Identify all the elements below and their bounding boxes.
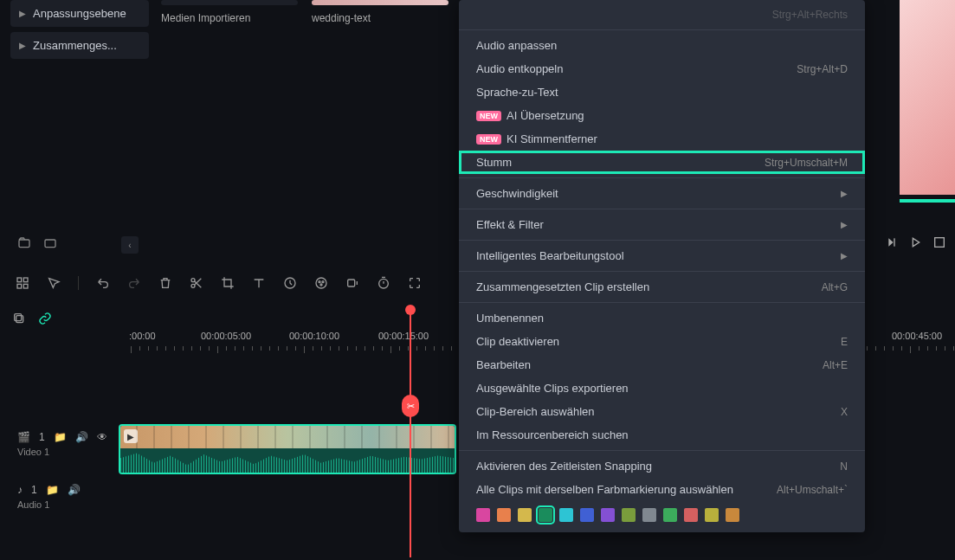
timer-icon[interactable] xyxy=(377,276,390,290)
ruler-time: 00:00:45:00 xyxy=(892,331,942,341)
svg-point-8 xyxy=(191,279,195,282)
cursor-icon[interactable] xyxy=(47,276,61,290)
color-chip[interactable] xyxy=(601,508,615,522)
toolbar-separator xyxy=(78,276,79,290)
track-header: 🎬 1 📁 🔊 👁 Video 1 xyxy=(12,428,116,473)
play-step-icon[interactable] xyxy=(884,235,898,249)
menu-item-audio-adjust[interactable]: Audio anpassen xyxy=(459,34,865,57)
ruler-time: 00:00:05:00 xyxy=(201,331,251,341)
copy-icon[interactable] xyxy=(12,312,26,325)
expand-icon[interactable] xyxy=(408,276,422,290)
menu-item-disable-clip[interactable]: Clip deaktivierenE xyxy=(459,330,865,353)
playhead-handle[interactable] xyxy=(405,305,416,315)
menu-item-speed[interactable]: Geschwindigkeit▶ xyxy=(459,182,865,205)
color-chip[interactable] xyxy=(705,508,719,522)
sidebar: ▶ Anpassungsebene ▶ Zusammenges... xyxy=(10,0,149,64)
color-chip[interactable] xyxy=(726,508,739,522)
svg-rect-3 xyxy=(935,238,945,248)
menu-item-ai-translate[interactable]: NEWAI Übersetzung xyxy=(459,104,865,127)
play-icon[interactable] xyxy=(908,235,922,249)
color-chip[interactable] xyxy=(539,508,552,522)
menu-item-smart-editing[interactable]: Intelligentes Bearbeitungstool▶ xyxy=(459,244,865,267)
video-track: 🎬 1 📁 🔊 👁 Video 1 xyxy=(12,428,116,473)
mute-icon[interactable]: 🔊 xyxy=(68,484,81,496)
collapse-sidebar-button[interactable]: ‹ xyxy=(121,236,139,254)
svg-rect-15 xyxy=(348,280,355,286)
color-chip[interactable] xyxy=(663,508,677,522)
menu-item-audio-detach[interactable]: Audio entkoppelnStrg+Alt+D xyxy=(459,57,865,80)
color-chip[interactable] xyxy=(518,508,532,522)
grid-icon[interactable] xyxy=(16,276,29,290)
media-thumb xyxy=(312,0,448,5)
folder-icon[interactable] xyxy=(43,236,57,250)
undo-icon[interactable] xyxy=(96,276,110,290)
color-chip[interactable] xyxy=(684,508,698,522)
menu-item-select-range[interactable]: Clip-Bereich auswählenX xyxy=(459,400,865,423)
record-icon[interactable] xyxy=(345,276,359,290)
menu-item-enable-snapping[interactable]: Aktivieren des Zeitleisten SnappingN xyxy=(459,454,865,478)
svg-point-16 xyxy=(379,279,389,288)
menu-item-compound-clip[interactable]: Zusammengesetzten Clip erstellenAlt+G xyxy=(459,275,865,299)
menu-item-rename[interactable]: Umbenennen xyxy=(459,306,865,330)
music-icon: ♪ xyxy=(17,484,23,496)
media-browser: Medien Importieren wedding-text xyxy=(161,0,448,24)
ruler-time: :00:00 xyxy=(129,331,156,341)
mute-icon[interactable]: 🔊 xyxy=(75,431,88,443)
folder-add-icon[interactable] xyxy=(17,236,31,250)
folder-icon[interactable]: 📁 xyxy=(46,484,59,496)
delete-icon[interactable] xyxy=(158,276,172,290)
media-footer-icons xyxy=(17,236,57,250)
svg-rect-2 xyxy=(894,238,894,246)
color-chip[interactable] xyxy=(476,508,490,522)
play-icon: ▶ xyxy=(124,429,138,443)
track-label: Audio 1 xyxy=(17,499,111,510)
playhead[interactable]: ✂ xyxy=(410,306,411,557)
sidebar-item-adjustment-layer[interactable]: ▶ Anpassungsebene xyxy=(10,0,149,27)
clip-video-lane: ▶ xyxy=(120,426,455,448)
menu-item-ai-voice-remover[interactable]: NEWKI Stimmentferner xyxy=(459,127,865,151)
menu-item-find-in-resources[interactable]: Im Ressourcenbereich suchen xyxy=(459,423,865,447)
link-icon[interactable] xyxy=(38,312,52,325)
svg-rect-17 xyxy=(16,316,23,323)
text-icon[interactable] xyxy=(252,276,266,290)
media-wedding-card[interactable]: wedding-text xyxy=(312,0,448,24)
new-badge: NEW xyxy=(476,111,501,121)
color-chip[interactable] xyxy=(497,508,511,522)
visibility-icon[interactable]: 👁 xyxy=(97,431,107,443)
chevron-right-icon: ▶ xyxy=(841,220,848,229)
scissors-icon[interactable] xyxy=(190,276,203,290)
color-chip[interactable] xyxy=(642,508,656,522)
timeline-clip[interactable]: ▶ xyxy=(119,424,456,474)
ruler-time: 00:00:10:00 xyxy=(289,331,339,341)
svg-point-9 xyxy=(191,284,195,287)
sidebar-item-compound[interactable]: ▶ Zusammenges... xyxy=(10,32,149,59)
menu-item-speech-to-text[interactable]: Sprache-zu-Text xyxy=(459,80,865,104)
menu-item-rotate-right[interactable]: Strg+Alt+Rechts xyxy=(459,3,865,26)
color-chip[interactable] xyxy=(559,508,573,522)
menu-separator xyxy=(459,271,865,272)
track-header: ♪ 1 📁 🔊 Audio 1 xyxy=(12,480,116,525)
menu-item-export-selected[interactable]: Ausgewählte Clips exportieren xyxy=(459,377,865,400)
audio-track: ♪ 1 📁 🔊 Audio 1 xyxy=(12,480,116,525)
menu-item-effect-filter[interactable]: Effekt & Filter▶ xyxy=(459,213,865,236)
track-index: 1 xyxy=(31,484,37,496)
menu-item-edit[interactable]: BearbeitenAlt+E xyxy=(459,353,865,377)
svg-rect-0 xyxy=(19,240,29,248)
crop-icon[interactable] xyxy=(221,276,235,290)
color-chip[interactable] xyxy=(580,508,594,522)
menu-item-mute[interactable]: StummStrg+Umschalt+M xyxy=(459,151,865,174)
svg-rect-4 xyxy=(17,278,22,282)
folder-icon[interactable]: 📁 xyxy=(54,431,67,443)
clip-context-menu: Strg+Alt+Rechts Audio anpassen Audio ent… xyxy=(459,0,865,532)
media-thumb xyxy=(161,0,298,5)
redo-icon[interactable] xyxy=(127,276,141,290)
menu-separator xyxy=(459,302,865,303)
speed-icon[interactable] xyxy=(283,276,297,290)
color-icon[interactable] xyxy=(314,276,328,290)
fullscreen-icon[interactable] xyxy=(932,235,946,249)
media-import-card[interactable]: Medien Importieren xyxy=(161,0,298,24)
menu-separator xyxy=(459,209,865,209)
playhead-scissors-icon[interactable]: ✂ xyxy=(402,395,419,417)
color-chip[interactable] xyxy=(622,508,636,522)
menu-item-select-same-color[interactable]: Alle Clips mit derselben Farbmarkierung … xyxy=(459,478,865,501)
